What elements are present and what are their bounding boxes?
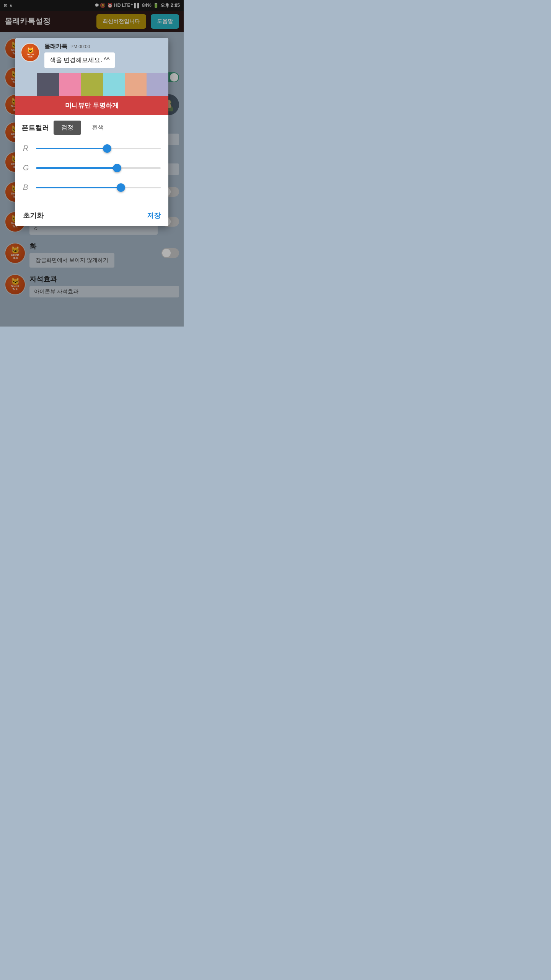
r-label: R [23, 144, 31, 153]
font-white-button[interactable]: 흰색 [86, 121, 110, 135]
rgb-sliders-section: R G B [15, 140, 168, 205]
b-slider-fill [36, 187, 121, 188]
color-picker-modal: 🐱 SecretTalk 몰래카톡 PM 00:00 색을 변경해보세요. ^^ [15, 38, 168, 226]
b-label: B [23, 183, 31, 192]
r-slider-track[interactable] [36, 148, 161, 149]
modal-message-area: 몰래카톡 PM 00:00 색을 변경해보세요. ^^ [44, 43, 163, 68]
g-slider-thumb [113, 164, 121, 172]
message-bubble: 색을 변경해보세요. ^^ [44, 52, 115, 68]
font-color-section: 폰트컬러 검정 흰색 [15, 115, 168, 140]
r-slider-group: R [23, 144, 161, 153]
color-palette [15, 73, 168, 96]
message-time: PM 00:00 [70, 44, 90, 49]
r-slider-fill [36, 148, 107, 149]
modal-preview-header: 🐱 SecretTalk 몰래카톡 PM 00:00 색을 변경해보세요. ^^ [15, 38, 168, 73]
modal-sender-avatar: 🐱 SecretTalk [21, 43, 40, 62]
g-slider-fill [36, 167, 117, 169]
color-swatch-5[interactable] [125, 73, 147, 96]
g-slider-track[interactable] [36, 167, 161, 169]
save-button[interactable]: 저장 [147, 211, 161, 220]
color-swatch-0[interactable] [15, 73, 37, 96]
modal-footer: 초기화 저장 [15, 205, 168, 226]
sender-time-row: 몰래카톡 PM 00:00 [44, 43, 163, 50]
color-swatch-2[interactable] [59, 73, 81, 96]
font-black-button[interactable]: 검정 [54, 121, 81, 135]
b-slider-track[interactable] [36, 187, 161, 188]
transparent-miniview-button[interactable]: 미니뷰만 투명하게 [15, 96, 168, 115]
color-swatch-4[interactable] [103, 73, 125, 96]
g-slider-group: G [23, 163, 161, 172]
b-slider-thumb [117, 183, 125, 192]
modal-overlay[interactable]: 🐱 SecretTalk 몰래카톡 PM 00:00 색을 변경해보세요. ^^ [0, 0, 184, 327]
reset-button[interactable]: 초기화 [23, 211, 44, 220]
g-label: G [23, 163, 31, 172]
b-slider-group: B [23, 183, 161, 192]
sender-name: 몰래카톡 [44, 43, 67, 50]
color-swatch-6[interactable] [147, 73, 168, 96]
color-swatch-3[interactable] [81, 73, 103, 96]
r-slider-thumb [103, 144, 111, 153]
color-swatch-1[interactable] [37, 73, 59, 96]
font-color-label: 폰트컬러 [21, 123, 49, 132]
